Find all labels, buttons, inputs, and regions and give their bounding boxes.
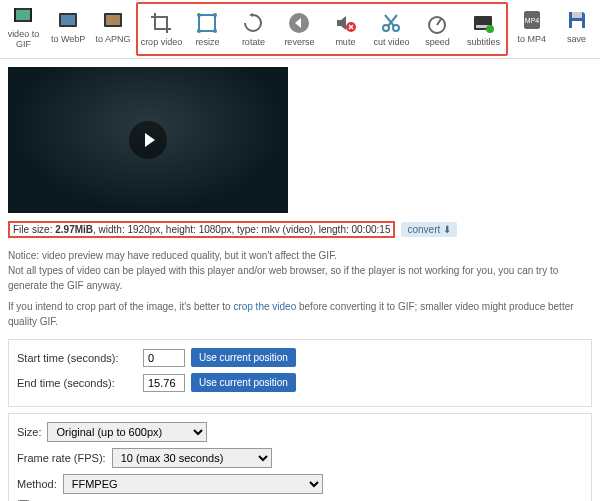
tool-mute[interactable]: mute xyxy=(323,5,367,53)
size-select[interactable]: Original (up to 600px) xyxy=(47,422,207,442)
save-icon xyxy=(564,7,590,33)
file-info-rest: , width: 1920px, height: 1080px, type: m… xyxy=(93,224,390,235)
fps-label: Frame rate (FPS): xyxy=(17,452,106,464)
tool-label: to WebP xyxy=(51,35,85,45)
film-icon xyxy=(10,2,36,28)
timing-section: Start time (seconds): Use current positi… xyxy=(8,339,592,407)
tool-to-apng[interactable]: to APNG xyxy=(92,2,135,50)
use-position-end-button[interactable]: Use current position xyxy=(191,373,296,392)
tool-to-mp4[interactable]: MP4to MP4 xyxy=(510,2,553,50)
tool-reverse[interactable]: reverse xyxy=(277,5,321,53)
method-label: Method: xyxy=(17,478,57,490)
notice-crop-a: If you intend to crop part of the image,… xyxy=(8,301,233,312)
tool-label: mute xyxy=(335,38,355,48)
mute-icon xyxy=(332,10,358,36)
tool-label: cut video xyxy=(373,38,409,48)
crop-icon xyxy=(148,10,174,36)
film-icon xyxy=(55,7,81,33)
rotate-icon xyxy=(240,10,266,36)
tool-label: rotate xyxy=(242,38,265,48)
tool-label: to APNG xyxy=(95,35,130,45)
convert-link[interactable]: convert ⬇ xyxy=(401,222,457,237)
tool-label: crop video xyxy=(141,38,183,48)
film-icon xyxy=(100,7,126,33)
reverse-icon xyxy=(286,10,312,36)
file-size-value: 2.97MiB xyxy=(55,224,93,235)
resize-icon xyxy=(194,10,220,36)
notice-text: Notice: video preview may have reduced q… xyxy=(8,248,592,329)
svg-rect-7 xyxy=(106,15,120,25)
tool-resize[interactable]: resize xyxy=(185,5,229,53)
file-info-row: File size: 2.97MiB, width: 1920px, heigh… xyxy=(8,221,592,238)
svg-rect-8 xyxy=(199,15,215,31)
svg-rect-1 xyxy=(16,10,30,20)
svg-point-9 xyxy=(197,13,201,17)
crop-video-link[interactable]: crop the video xyxy=(233,301,296,312)
svg-rect-24 xyxy=(572,21,582,28)
svg-rect-2 xyxy=(14,8,16,22)
scissors-icon xyxy=(378,10,404,36)
tool-save[interactable]: save xyxy=(555,2,598,50)
tool-label: to MP4 xyxy=(518,35,547,45)
tool-label: video to GIF xyxy=(2,30,45,50)
tool-video-to-gif[interactable]: video to GIF xyxy=(2,2,45,50)
svg-rect-3 xyxy=(30,8,32,22)
tool-label: subtitles xyxy=(467,38,500,48)
svg-point-20 xyxy=(486,25,494,33)
svg-rect-23 xyxy=(572,12,582,18)
size-label: Size: xyxy=(17,426,41,438)
svg-point-11 xyxy=(197,29,201,33)
file-info-highlight: File size: 2.97MiB, width: 1920px, heigh… xyxy=(8,221,395,238)
video-player[interactable] xyxy=(8,67,288,213)
notice-line1: Notice: video preview may have reduced q… xyxy=(8,250,337,261)
use-position-start-button[interactable]: Use current position xyxy=(191,348,296,367)
play-icon[interactable] xyxy=(129,121,167,159)
tool-to-webp[interactable]: to WebP xyxy=(47,2,90,50)
method-select[interactable]: FFMPEG xyxy=(63,474,323,494)
tool-label: speed xyxy=(425,38,450,48)
end-time-input[interactable] xyxy=(143,374,185,392)
tool-label: reverse xyxy=(284,38,314,48)
fps-select[interactable]: 10 (max 30 seconds) xyxy=(112,448,272,468)
start-time-label: Start time (seconds): xyxy=(17,352,137,364)
svg-text:MP4: MP4 xyxy=(525,17,540,24)
tool-subtitles[interactable]: subtitles xyxy=(461,5,505,53)
toolbar: video to GIF to WebP to APNG crop video … xyxy=(0,0,600,59)
mp4-icon: MP4 xyxy=(519,7,545,33)
tool-label: save xyxy=(567,35,586,45)
svg-point-10 xyxy=(213,13,217,17)
tool-rotate[interactable]: rotate xyxy=(231,5,275,53)
file-size-label: File size: xyxy=(13,224,55,235)
tool-crop-video[interactable]: crop video xyxy=(139,5,183,53)
end-time-label: End time (seconds): xyxy=(17,377,137,389)
start-time-input[interactable] xyxy=(143,349,185,367)
svg-point-12 xyxy=(213,29,217,33)
svg-rect-5 xyxy=(61,15,75,25)
tool-label: resize xyxy=(195,38,219,48)
tool-speed[interactable]: speed xyxy=(415,5,459,53)
subtitles-icon xyxy=(470,10,496,36)
tool-cut-video[interactable]: cut video xyxy=(369,5,413,53)
notice-line2: Not all types of video can be played wit… xyxy=(8,265,558,291)
edit-tools-highlight: crop video resize rotate reverse mute cu… xyxy=(136,2,508,56)
speed-icon xyxy=(424,10,450,36)
video-preview-area xyxy=(0,59,600,217)
options-section: Size: Original (up to 600px) Frame rate … xyxy=(8,413,592,501)
